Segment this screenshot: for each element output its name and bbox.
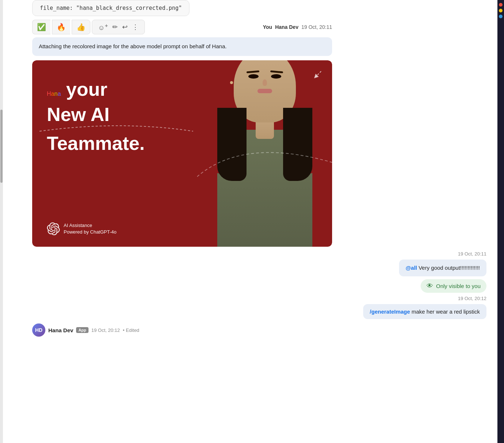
hana-promo-image: Hana your New AI Teammate. (32, 60, 332, 247)
app-badge: App (76, 327, 88, 333)
more-icon[interactable]: ⋮ (131, 23, 140, 31)
generate-message-text: make her wear a red lipstick (410, 308, 480, 315)
generate-message-bubble: /generateImage make her wear a red lipst… (363, 304, 486, 319)
visible-badge-wrapper: 👁 Only visible to you (32, 279, 486, 293)
promo-footer-powered: Powered by ChatGPT-4o (64, 229, 117, 235)
file-name-text: file_name: "hana_black_dress_corrected.p… (40, 5, 182, 11)
eye-icon: 👁 (426, 282, 433, 290)
reaction-fire[interactable]: 🔥 (52, 20, 70, 34)
sender-name: Hana Dev (48, 327, 73, 333)
message-bubble: Attaching the recolored image for the ab… (32, 37, 332, 56)
action-group: ☺+ ✏ ↩ ⋮ (92, 20, 145, 34)
all-message-bubble: @all Very good output!!!!!!!!!!!!! (399, 260, 486, 277)
edit-icon[interactable]: ✏ (111, 23, 119, 31)
sidebar-dot-yellow (499, 9, 503, 12)
promo-headline: Hana your New AI Teammate. (47, 79, 186, 155)
meta-you: You (263, 24, 272, 30)
sidebar-dot-blue (499, 15, 503, 18)
all-message-wrapper: @all Very good output!!!!!!!!!!!!! (32, 260, 486, 277)
promo-image-area (197, 60, 332, 247)
chat-main: file_name: "hana_black_dress_corrected.p… (3, 0, 497, 443)
right-sidebar (497, 0, 504, 443)
timestamp-row-3: 19 Oct, 20:12 (32, 296, 486, 301)
promo-new-ai: New AI (47, 103, 186, 126)
left-scrollbar[interactable] (0, 0, 3, 443)
checkmark-emoji: ✅ (37, 23, 46, 31)
promo-footer-text: AI Assistance Powered by ChatGPT-4o (64, 222, 117, 235)
message-meta: You Hana Dev 19 Oct, 20:11 (263, 24, 332, 30)
message-bubble-wrapper: Attaching the recolored image for the ab… (32, 37, 332, 56)
promo-text-area: Hana your New AI Teammate. (32, 60, 197, 247)
file-name-bubble: file_name: "hana_black_dress_corrected.p… (32, 0, 189, 16)
mention-all: @all (406, 265, 417, 271)
generate-command: /generateImage (370, 308, 410, 315)
fire-emoji: 🔥 (57, 23, 66, 31)
sender-timestamp: 19 Oct, 20:12 (91, 327, 120, 333)
meta-hana-dev: Hana Dev (275, 24, 298, 30)
reaction-thumbsup[interactable]: 👍 (72, 20, 90, 34)
visible-badge: 👁 Only visible to you (421, 279, 486, 293)
promo-your: your (61, 79, 107, 100)
timestamp-row-2: 19 Oct, 20:11 (32, 251, 486, 257)
chat-area: file_name: "hana_black_dress_corrected.p… (3, 0, 497, 443)
scroll-thumb[interactable] (0, 110, 3, 183)
reaction-left-group: ✅ 🔥 👍 ☺+ ✏ ↩ ⋮ (32, 20, 145, 34)
reply-icon[interactable]: ↩ (121, 23, 129, 31)
add-emoji-icon[interactable]: ☺+ (97, 22, 109, 32)
openai-logo (47, 222, 60, 235)
visible-badge-text: Only visible to you (436, 283, 481, 289)
promo-teammate: Teammate. (47, 132, 186, 155)
promo-new-ai-text: New AI (47, 104, 109, 125)
generate-message-wrapper: /generateImage make her wear a red lipst… (32, 304, 486, 319)
reaction-toolbar-row: ✅ 🔥 👍 ☺+ ✏ ↩ ⋮ You Hana Dev 19 Oct, 2 (32, 20, 332, 34)
timestamp-3: 19 Oct, 20:12 (458, 296, 486, 301)
sidebar-dot-red (499, 3, 503, 7)
sender-info: Hana Dev App 19 Oct, 20:12 • Edited (48, 327, 139, 333)
thumbsup-emoji: 👍 (76, 23, 86, 31)
all-message-text: Very good output!!!!!!!!!!!!! (417, 265, 480, 271)
promo-footer: AI Assistance Powered by ChatGPT-4o (47, 222, 186, 235)
sender-avatar: HD (32, 323, 45, 337)
promo-footer-label: AI Assistance (64, 222, 117, 229)
edited-label: • Edited (123, 327, 139, 333)
meta-timestamp: 19 Oct, 20:11 (301, 24, 332, 30)
promo-image-container: Hana your New AI Teammate. (32, 60, 332, 247)
promo-a2: a (57, 91, 61, 97)
message-text: Attaching the recolored image for the ab… (39, 43, 227, 49)
reaction-checkmark[interactable]: ✅ (32, 20, 50, 34)
promo-teammate-text: Teammate. (47, 133, 145, 154)
bottom-sender-row: HD Hana Dev App 19 Oct, 20:12 • Edited (32, 323, 486, 337)
timestamp-2: 19 Oct, 20:11 (458, 251, 486, 257)
promo-h: H (47, 91, 51, 97)
